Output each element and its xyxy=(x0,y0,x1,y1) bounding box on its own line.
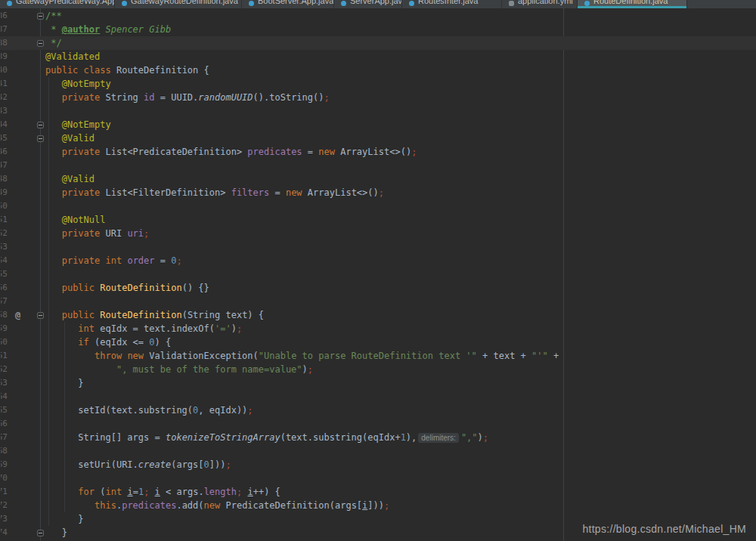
code-line[interactable]: 67 String[] args = tokenizeToStringArray… xyxy=(0,431,756,444)
line-number[interactable]: 37 xyxy=(1,23,8,36)
line-number[interactable]: 66 xyxy=(1,417,8,431)
code-line[interactable]: 54 private int order = 0; xyxy=(0,254,756,267)
code-line[interactable]: 62 ", must be of the form name=value"); xyxy=(0,363,756,376)
editor-tab-1[interactable]: GatewayRouteDefinition.java xyxy=(115,0,242,8)
gutter: 40 xyxy=(0,63,42,77)
code-line[interactable]: 40public class RouteDefinition { xyxy=(0,63,756,77)
code-text: private List<FilterDefinition> filters =… xyxy=(42,186,756,199)
code-line[interactable]: 60 if (eqIdx <= 0) { xyxy=(0,335,756,349)
code-line[interactable]: 47 xyxy=(0,159,756,172)
code-line[interactable]: 52 private URI uri; xyxy=(0,227,756,240)
line-number[interactable]: 41 xyxy=(1,77,8,91)
line-number[interactable]: 59 xyxy=(1,322,8,335)
line-number[interactable]: 36 xyxy=(1,9,8,23)
code-line[interactable]: 44 @NotEmpty xyxy=(0,118,756,131)
code-text: @NotEmpty xyxy=(42,77,756,91)
line-number[interactable]: 55 xyxy=(1,267,8,281)
code-line[interactable]: 63 } xyxy=(0,376,756,390)
line-number[interactable]: 53 xyxy=(1,240,8,254)
line-number[interactable]: 64 xyxy=(1,390,8,403)
line-number[interactable]: 39 xyxy=(1,50,8,63)
line-number[interactable]: 38 xyxy=(1,36,8,50)
line-number[interactable]: 52 xyxy=(1,227,8,240)
code-line[interactable]: 65 setId(text.substring(0, eqIdx)); xyxy=(0,403,756,417)
line-number[interactable]: 74 xyxy=(1,526,8,539)
fold-icon[interactable] xyxy=(37,135,44,142)
line-number[interactable]: 47 xyxy=(1,159,8,172)
editor-tab-5[interactable]: application.yml xyxy=(502,0,578,8)
editor-tab-2[interactable]: BootServer.App.java xyxy=(242,0,334,8)
code-line[interactable]: 68 xyxy=(0,444,756,458)
code-line[interactable]: 38 */ xyxy=(0,36,756,50)
code-line[interactable]: 71 for (int i=1; i < args.length; i++) { xyxy=(0,485,756,499)
line-number[interactable]: 40 xyxy=(1,63,8,77)
annotation-gutter-icon[interactable]: @ xyxy=(15,308,20,322)
code-line[interactable]: 41 @NotEmpty xyxy=(0,77,756,91)
code-line[interactable]: 72 this.predicates.add(new PredicateDefi… xyxy=(0,499,756,512)
line-number[interactable]: 42 xyxy=(1,91,8,104)
code-line[interactable]: 51 @NotNull xyxy=(0,213,756,227)
line-number[interactable]: 54 xyxy=(1,254,8,267)
line-number[interactable]: 57 xyxy=(1,295,8,308)
code-line[interactable]: 37 * @author Spencer Gibb xyxy=(0,23,756,36)
code-line[interactable]: 36/** xyxy=(0,9,756,23)
line-number[interactable]: 49 xyxy=(1,186,8,199)
code-line[interactable]: 55 xyxy=(0,267,756,281)
code-line[interactable]: 43 xyxy=(0,104,756,118)
code-text: @Valid xyxy=(42,172,756,186)
code-line[interactable]: 64 xyxy=(0,390,756,403)
code-line[interactable]: 39@Validated xyxy=(0,50,756,63)
editor-tab-6[interactable]: RouteDefinition.java xyxy=(578,0,687,8)
code-line[interactable]: 50 xyxy=(0,199,756,213)
line-number[interactable]: 50 xyxy=(1,199,8,213)
line-number[interactable]: 63 xyxy=(1,376,8,390)
editor-tab-3[interactable]: ServerApp.java xyxy=(334,0,402,8)
code-line[interactable]: 53 xyxy=(0,240,756,254)
code-line[interactable]: 56 public RouteDefinition() {} xyxy=(0,281,756,295)
fold-icon[interactable] xyxy=(37,13,44,20)
code-line[interactable]: 69 setUri(URI.create(args[0])); xyxy=(0,458,756,471)
line-number[interactable]: 67 xyxy=(1,431,8,444)
editor-lines: 36/**37 * @author Spencer Gibb38 */39@Va… xyxy=(0,9,756,539)
line-number[interactable]: 72 xyxy=(1,499,8,512)
line-number[interactable]: 48 xyxy=(1,172,8,186)
line-number[interactable]: 56 xyxy=(1,281,8,295)
code-line[interactable]: 45 @Valid xyxy=(0,131,756,145)
line-number[interactable]: 69 xyxy=(1,458,8,471)
editor-tab-4[interactable]: RoutesInter.java xyxy=(402,0,502,8)
line-number[interactable]: 43 xyxy=(1,104,8,118)
code-text xyxy=(42,471,756,485)
fold-icon[interactable] xyxy=(37,122,44,128)
gutter: 51 xyxy=(0,213,42,227)
fold-icon[interactable] xyxy=(37,312,44,319)
code-text: setId(text.substring(0, eqIdx)); xyxy=(42,403,756,417)
code-line[interactable]: 61 throw new ValidationException("Unable… xyxy=(0,349,756,363)
line-number[interactable]: 62 xyxy=(1,363,8,376)
line-number[interactable]: 61 xyxy=(1,349,8,363)
line-number[interactable]: 73 xyxy=(1,512,8,526)
line-number[interactable]: 65 xyxy=(1,403,8,417)
line-number[interactable]: 45 xyxy=(1,131,8,145)
gutter: 66 xyxy=(0,417,42,431)
line-number[interactable]: 60 xyxy=(1,335,8,349)
code-line[interactable]: 70 xyxy=(0,471,756,485)
fold-icon[interactable] xyxy=(37,530,44,536)
code-line[interactable]: 49 private List<FilterDefinition> filter… xyxy=(0,186,756,199)
line-number[interactable]: 68 xyxy=(1,444,8,458)
code-line[interactable]: 57 xyxy=(0,295,756,308)
editor-tab-0[interactable]: GatewayPredicateWay.App.java xyxy=(0,0,115,8)
code-line[interactable]: 46 private List<PredicateDefinition> pre… xyxy=(0,145,756,159)
line-number[interactable]: 44 xyxy=(1,118,8,131)
line-number[interactable]: 51 xyxy=(1,213,8,227)
code-line[interactable]: 59 int eqIdx = text.indexOf('='); xyxy=(0,322,756,335)
fold-icon[interactable] xyxy=(37,40,44,47)
line-number[interactable]: 46 xyxy=(1,145,8,159)
code-line[interactable]: 48 @Valid xyxy=(0,172,756,186)
line-number[interactable]: 70 xyxy=(1,471,8,485)
line-number[interactable]: 71 xyxy=(1,485,8,499)
code-line[interactable]: 66 xyxy=(0,417,756,431)
line-number[interactable]: 58 xyxy=(1,308,8,322)
code-line[interactable]: 58@ public RouteDefinition(String text) … xyxy=(0,308,756,322)
gutter: 73 xyxy=(0,512,42,526)
code-line[interactable]: 42 private String id = UUID.randomUUID()… xyxy=(0,91,756,104)
